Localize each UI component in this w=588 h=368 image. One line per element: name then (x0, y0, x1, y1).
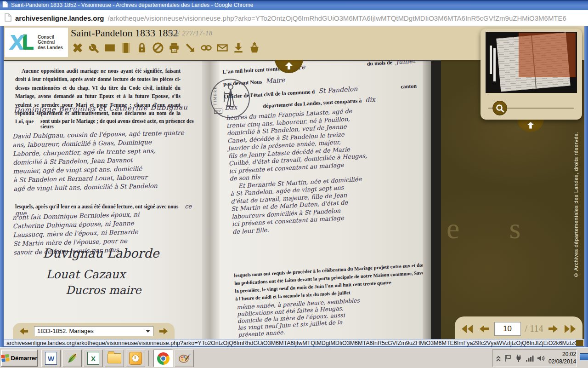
excel-icon[interactable]: X (84, 350, 103, 367)
logo-x-letter: X (8, 31, 21, 54)
window-titlebar[interactable]: Saint-Pandelon 1833 1852 - Visionneuse -… (0, 0, 588, 10)
printed-lecture-text: lesquels, après qu'il leur en a aussi ét… (15, 204, 178, 209)
flag-icon[interactable] (504, 354, 512, 362)
doc-line: Ducros maire (17, 284, 159, 297)
previous-page-button[interactable] (478, 324, 490, 334)
resize-arrow-icon[interactable] (184, 41, 196, 55)
page-landscape-icon[interactable] (104, 41, 116, 55)
printed-before-us: par devant Nous (223, 78, 262, 87)
page-icon (5, 13, 11, 23)
word-icon[interactable]: W (41, 350, 61, 367)
doc-line: Duvignau Laborde (17, 246, 159, 260)
hand-canton-value: Dax (224, 104, 237, 112)
printed-commune-label: Officier de l'état civil de la commune d (224, 88, 315, 100)
first-page-button[interactable] (460, 324, 474, 334)
hand-witnesses-block: David Dubignau, cousin de l'épouse, agé … (12, 128, 186, 193)
right-arrow-icon (547, 324, 559, 334)
double-left-arrow-icon (460, 324, 474, 334)
window-border-right[interactable] (584, 26, 588, 347)
chrome-icon[interactable] (153, 350, 173, 367)
download-icon[interactable] (232, 41, 244, 55)
left-arrow-icon (478, 324, 490, 334)
windows-logo-icon (1, 354, 10, 362)
window-border-left (0, 26, 4, 347)
clock-date: 02/08/2014 (548, 358, 576, 366)
hide-icons-chevron-icon[interactable] (496, 355, 501, 362)
status-url-text: archivesenligne.landes.org/arkotheque/vi… (4, 340, 576, 346)
basket-add-icon[interactable] (249, 41, 260, 55)
thumbnail-panel (481, 29, 582, 120)
palette-app-icon[interactable] (175, 350, 194, 367)
lock-icon[interactable] (136, 41, 148, 55)
signatures-block: Duvignau LabordeLouat CazauxDucros maire (17, 246, 159, 297)
address-bar[interactable]: archivesenligne.landes.org/arkotheque/vi… (0, 10, 588, 26)
series-select[interactable]: 1833-1852. Mariages (34, 326, 153, 336)
scan-dark-margin (431, 61, 441, 339)
thumbnail-label-strip (490, 46, 492, 74)
left-arrow-icon (18, 327, 29, 336)
desktop: Saint-Pandelon 1833 1852 - Visionneuse -… (0, 0, 588, 368)
resize-grip[interactable] (576, 340, 583, 346)
quick-launch-bar: W X (41, 349, 194, 368)
word-letter: W (45, 352, 57, 365)
page-number-input[interactable] (494, 322, 521, 336)
hand-publications-block: même année, à pareille heure, semblables… (237, 297, 362, 338)
document-scan[interactable]: Aucune opposition audit mariage ne nous … (4, 60, 441, 339)
page-portrait-icon[interactable] (120, 41, 132, 55)
outlook-icon[interactable] (126, 350, 145, 367)
next-page-button[interactable] (547, 324, 559, 334)
document-title: Saint-Pandelon 1833 1852 (71, 27, 178, 39)
copyright-notice: © Archives départementales des Landes, d… (573, 90, 579, 320)
series-selected-option: 1833-1852. Mariages (37, 328, 94, 334)
logo-text: Conseil Général des Landes (38, 34, 63, 51)
thumbnail-image[interactable] (486, 32, 577, 93)
hand-act-block: heures du matin François Lataste, agé de… (226, 104, 430, 236)
mail-icon[interactable] (216, 41, 228, 55)
thumbnail-label-strip (493, 48, 496, 81)
power-plug-icon[interactable] (515, 354, 522, 362)
logo-conseil-general-landes[interactable]: X L Conseil Général des Landes (5, 28, 68, 57)
quick-launch-separator (148, 351, 150, 366)
excel-letter: X (87, 352, 99, 365)
tray-clock[interactable]: 20:02 02/08/2014 (548, 351, 576, 365)
wrench-icon[interactable] (88, 41, 100, 55)
scan-left-page: Aucune opposition audit mariage ne nous … (4, 61, 202, 339)
series-next-button[interactable] (158, 327, 169, 336)
page-total-label: / 114 (525, 323, 543, 334)
viewport-highlight[interactable] (519, 33, 576, 77)
up-arrow-icon (526, 121, 536, 131)
close-icon[interactable] (72, 41, 84, 55)
show-desktop-icon[interactable] (580, 353, 588, 360)
page-nav-panel: / 114 (455, 316, 582, 339)
feather-app-icon[interactable] (62, 350, 82, 367)
page-edge (423, 61, 431, 339)
window-title: Saint-Pandelon 1833 1852 - Visionneuse -… (11, 2, 253, 8)
printed-year: L'an mil huit cent trente (222, 65, 280, 75)
clock-time: 20:02 (548, 351, 576, 358)
printed-union-line: sont unis par le Mariage ; de quoi avons… (15, 118, 194, 129)
url-path: /arkotheque/visionneuse/visionneuse.php?… (107, 14, 566, 22)
start-button[interactable]: Démarrer (1, 350, 38, 367)
toolbar-icon-row (72, 41, 260, 55)
browser-status-bar: archivesenligne.landes.org/arkotheque/vi… (4, 339, 584, 347)
print-icon[interactable] (168, 41, 180, 55)
background-letters: e s (447, 212, 542, 246)
right-arrow-icon (158, 327, 169, 336)
folder-icon[interactable] (105, 350, 124, 367)
hand-hour: dix (365, 96, 375, 104)
system-tray: 20:02 02/08/2014 (492, 349, 577, 367)
volume-icon[interactable] (537, 355, 545, 362)
link-icon[interactable] (200, 41, 212, 55)
forbidden-icon[interactable] (152, 41, 164, 55)
taskbar: Démarrer W X (0, 347, 588, 368)
last-page-button[interactable] (563, 324, 577, 334)
zoom-slider-knob[interactable] (492, 101, 507, 115)
up-arrow-icon (283, 61, 294, 72)
right-page-content: L'an mil huit cent trente quatre du mois… (215, 50, 433, 339)
network-signal-icon[interactable] (526, 355, 534, 362)
page-icon (2, 1, 8, 9)
printed-intro-paragraph: Aucune opposition audit mariage ne nous … (15, 67, 181, 126)
doc-line: Louat Cazaux (17, 268, 159, 281)
logo-l-letter: L (21, 31, 34, 54)
series-prev-button[interactable] (18, 327, 29, 336)
